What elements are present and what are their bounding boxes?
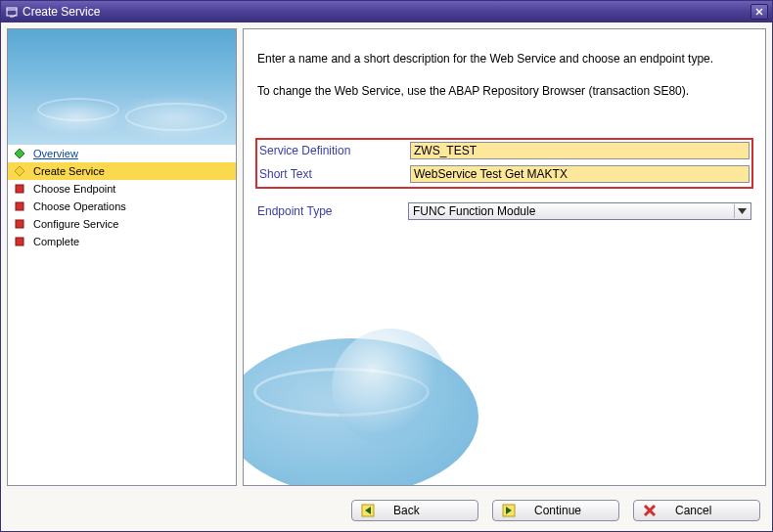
button-label: Continue	[534, 504, 611, 517]
step-create-service[interactable]: Create Service	[8, 162, 236, 180]
back-icon	[360, 503, 376, 518]
step-complete[interactable]: Complete	[8, 233, 236, 250]
step-overview[interactable]: Overview	[8, 145, 236, 162]
step-label: Configure Service	[33, 218, 118, 230]
svg-marker-5	[15, 166, 24, 176]
continue-icon	[501, 503, 517, 518]
cancel-icon	[642, 503, 658, 518]
step-label: Create Service	[33, 165, 105, 177]
content-area: Overview Create Service Choose Endpoint	[1, 22, 772, 531]
close-icon	[755, 8, 763, 16]
button-label: Cancel	[675, 504, 751, 517]
svg-rect-9	[16, 238, 23, 245]
decorative-water-background	[243, 309, 557, 486]
service-definition-input[interactable]	[410, 142, 750, 159]
instruction-line: To change the Web Service, use the ABAP …	[257, 83, 751, 100]
step-configure-service[interactable]: Configure Service	[8, 215, 236, 233]
back-button[interactable]: Back	[351, 500, 478, 521]
highlighted-fields-group: Service Definition Short Text	[255, 138, 753, 189]
decorative-water-image	[8, 29, 236, 145]
titlebar: Create Service	[1, 1, 772, 22]
cancel-button[interactable]: Cancel	[633, 500, 760, 521]
square-red-icon	[14, 200, 25, 212]
endpoint-type-select[interactable]: FUNC Function Module	[408, 202, 751, 220]
service-definition-label: Service Definition	[259, 144, 410, 157]
diamond-green-icon	[14, 148, 25, 159]
short-text-label: Short Text	[259, 167, 410, 181]
button-bar: Back Continue Cancel	[1, 492, 772, 531]
endpoint-type-label: Endpoint Type	[257, 204, 408, 218]
step-label: Choose Operations	[33, 200, 126, 212]
svg-rect-6	[16, 185, 23, 193]
step-choose-operations[interactable]: Choose Operations	[8, 198, 236, 215]
svg-rect-8	[16, 220, 23, 228]
instruction-line: Enter a name and a short description for…	[257, 51, 751, 67]
square-red-icon	[14, 183, 25, 195]
step-choose-endpoint[interactable]: Choose Endpoint	[8, 180, 236, 198]
close-button[interactable]	[750, 4, 768, 20]
button-label: Back	[393, 504, 470, 517]
step-label: Choose Endpoint	[33, 183, 115, 195]
svg-rect-7	[16, 202, 23, 210]
form-area: Service Definition Short Text	[244, 130, 765, 226]
step-list: Overview Create Service Choose Endpoint	[8, 145, 236, 485]
square-red-icon	[14, 218, 25, 230]
wizard-steps-panel: Overview Create Service Choose Endpoint	[7, 28, 237, 486]
dialog-window: Create Service Overview	[0, 0, 773, 532]
endpoint-type-value: FUNC Function Module	[413, 204, 535, 218]
short-text-input[interactable]	[410, 165, 750, 183]
square-red-icon	[14, 236, 25, 247]
svg-marker-10	[738, 208, 747, 214]
svg-marker-4	[15, 149, 24, 158]
step-overview-link[interactable]: Overview	[33, 148, 78, 159]
form-panel: Enter a name and a short description for…	[243, 28, 766, 486]
window-title: Create Service	[23, 5, 100, 19]
diamond-yellow-icon	[14, 165, 25, 177]
continue-button[interactable]: Continue	[492, 500, 619, 521]
step-label: Complete	[33, 236, 79, 247]
window-icon	[5, 5, 19, 19]
instructions-text: Enter a name and a short description for…	[244, 29, 765, 130]
chevron-down-icon	[734, 204, 749, 218]
